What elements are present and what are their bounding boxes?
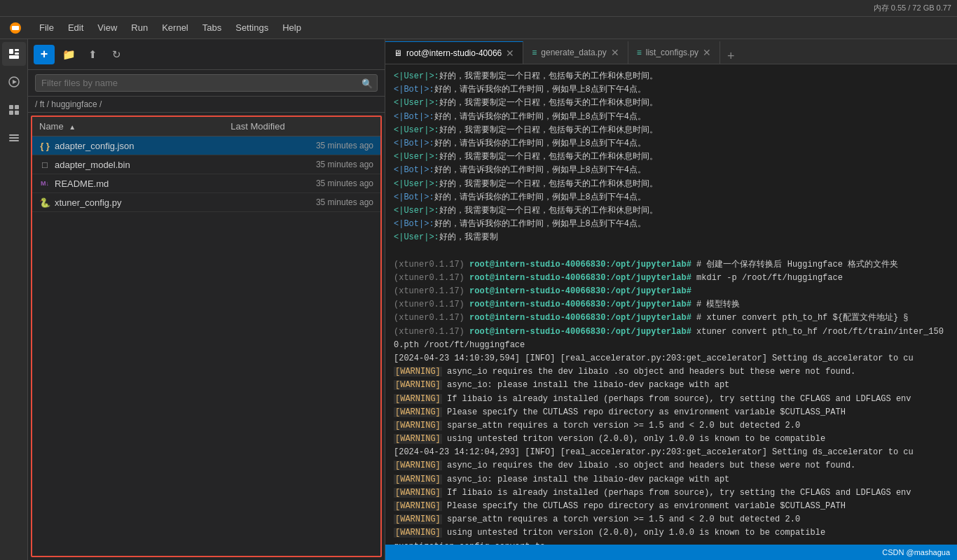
folder-icon: 📁: [62, 48, 76, 61]
svg-rect-12: [9, 134, 19, 136]
table-row[interactable]: 🐍 xtuner_config.py 35 minutes ago: [32, 193, 380, 212]
table-row[interactable]: M↓ README.md 35 minutes ago: [32, 174, 380, 193]
file-modified: 35 minutes ago: [223, 155, 380, 174]
terminal-line: [WARNING] using untested triton version …: [394, 433, 949, 446]
tab-bar: 🖥 root@intern-studio-40066 ✕ ≡ generate_…: [385, 39, 957, 64]
terminal-line: [2024-04-23 14:12:04,293] [INFO] [real_a…: [394, 446, 949, 459]
terminal-icon: 🖥: [394, 48, 402, 58]
svg-rect-9: [15, 105, 19, 109]
terminal-line: <|Bot|>:好的，请告诉我你的工作时间，例如早上8点到下午4点。: [394, 191, 949, 204]
new-tab-button[interactable]: +: [720, 49, 742, 64]
menu-view[interactable]: View: [92, 21, 123, 34]
terminal-line: (xtuner0.1.17) root@intern-studio-400668…: [394, 326, 949, 352]
tab-generate-close[interactable]: ✕: [611, 48, 619, 57]
file-panel: + 📁 ⬆ ↻ 🔍 / ft / huggingface /: [28, 39, 385, 560]
svg-rect-11: [15, 111, 19, 115]
search-icon: 🔍: [362, 78, 373, 88]
upload-icon: ⬆: [88, 48, 97, 61]
tab-terminal[interactable]: 🖥 root@intern-studio-40066 ✕: [385, 41, 523, 64]
tab-listconfigs[interactable]: ≡ list_configs.py ✕: [628, 41, 720, 64]
terminal-line: <|Bot|>:好的，请告诉我你的工作时间，例如早上8点到下午4点。: [394, 111, 949, 124]
main-layout: + 📁 ⬆ ↻ 🔍 / ft / huggingface /: [0, 39, 957, 560]
file-name-cell: 🐍 xtuner_config.py: [32, 193, 223, 212]
table-header-row: Name ▲ Last Modified: [32, 117, 380, 136]
col-modified[interactable]: Last Modified: [223, 117, 380, 136]
file-name-cell: { } adapter_config.json: [32, 136, 223, 155]
tab-listconfigs-close[interactable]: ✕: [703, 48, 711, 57]
breadcrumb: / ft / huggingface /: [28, 97, 385, 113]
file-modified: 35 minutes ago: [223, 174, 380, 193]
icon-sidebar: [0, 39, 28, 560]
svg-rect-13: [9, 137, 19, 139]
terminal-line: <|Bot|>:好的，请告诉我你的工作时间，例如早上8点到下午4点。: [394, 137, 949, 150]
file-name-cell: □ adapter_model.bin: [32, 155, 223, 174]
col-name[interactable]: Name ▲: [32, 117, 223, 136]
terminal-content[interactable]: <|User|>:好的，我需要制定一个日程，包括每天的工作和休息时间。<|Bot…: [385, 64, 957, 545]
sidebar-files-btn[interactable]: [2, 42, 26, 66]
terminal-line: <|User|>:好的，我需要制定一个日程，包括每天的工作和休息时间。: [394, 150, 949, 164]
terminal-line: <|User|>:好的，我需要制定一个日程，包括每天的工作和休息时间。: [394, 124, 949, 137]
svg-rect-3: [15, 49, 19, 51]
file-name: xtuner_config.py: [55, 197, 121, 208]
upload-button[interactable]: ⬆: [83, 45, 102, 64]
file-modified: 35 minutes ago: [223, 136, 380, 155]
file-name: adapter_model.bin: [55, 160, 130, 170]
menu-bar: File Edit View Run Kernel Tabs Settings …: [0, 17, 957, 39]
menu-kernel[interactable]: Kernel: [156, 21, 194, 34]
terminal-line: [WARNING] If libaio is already installed…: [394, 393, 949, 406]
tab-generate[interactable]: ≡ generate_data.py ✕: [523, 41, 628, 64]
terminal-line: <|User|>:好的，我需要制定一个日程，包括每天的工作和休息时间。: [394, 70, 949, 83]
terminal-line: [WARNING] Please specify the CUTLASS rep…: [394, 500, 949, 513]
search-bar: 🔍: [28, 70, 385, 97]
tab-generate-label: generate_data.py: [541, 48, 606, 57]
terminal-line: [WARNING] If libaio is already installed…: [394, 486, 949, 500]
svg-rect-10: [9, 111, 13, 115]
svg-rect-8: [9, 105, 13, 109]
terminal-line: [WARNING] sparse_attn requires a torch v…: [394, 419, 949, 433]
menu-edit[interactable]: Edit: [62, 21, 89, 34]
terminal-line: [WARNING] async_io: please install the l…: [394, 379, 949, 392]
menu-tabs[interactable]: Tabs: [197, 21, 227, 34]
editor-area: 🖥 root@intern-studio-40066 ✕ ≡ generate_…: [385, 39, 957, 560]
refresh-button[interactable]: ↻: [106, 45, 126, 64]
svg-rect-4: [15, 52, 19, 55]
tab-terminal-close[interactable]: ✕: [506, 48, 514, 58]
file-name-cell: M↓ README.md: [32, 174, 223, 193]
sidebar-menu-btn[interactable]: [2, 126, 26, 150]
menu-file[interactable]: File: [34, 21, 60, 34]
terminal-line: (xtuner0.1.17) root@intern-studio-400668…: [394, 272, 949, 285]
table-row[interactable]: { } adapter_config.json 35 minutes ago: [32, 136, 380, 155]
svg-marker-7: [13, 80, 17, 84]
file-list: { } adapter_config.json 35 minutes ago □…: [32, 136, 380, 212]
new-folder-button[interactable]: 📁: [59, 45, 78, 64]
menu-help[interactable]: Help: [277, 21, 307, 34]
terminal-line: (xtuner0.1.17) root@intern-studio-400668…: [394, 285, 949, 298]
file-toolbar: + 📁 ⬆ ↻: [28, 39, 385, 70]
table-row[interactable]: □ adapter_model.bin 35 minutes ago: [32, 155, 380, 174]
sidebar-running-btn[interactable]: [2, 70, 26, 94]
top-bar: 内存 0.55 / 72 GB 0.77: [0, 0, 957, 17]
search-input[interactable]: [35, 74, 378, 92]
terminal-line: <|User|>:好的，我需要制定一个日程，包括每天的工作和休息时间。: [394, 97, 949, 110]
search-wrap: 🔍: [35, 74, 378, 92]
file-modified: 35 minutes ago: [223, 193, 380, 212]
terminal-line: [WARNING] async_io: please install the l…: [394, 473, 949, 486]
menu-run[interactable]: Run: [125, 21, 153, 34]
menu-settings[interactable]: Settings: [230, 21, 274, 34]
sidebar-extensions-btn[interactable]: [2, 98, 26, 122]
svg-rect-2: [9, 49, 13, 54]
file-name: README.md: [55, 178, 109, 189]
terminal-line: (xtuner0.1.17) root@intern-studio-400668…: [394, 258, 949, 272]
terminal-line: [WARNING] async_io requires the dev liba…: [394, 365, 949, 379]
terminal-line: [WARNING] Please specify the CUTLASS rep…: [394, 406, 949, 419]
terminal-line: (xtuner0.1.17) root@intern-studio-400668…: [394, 312, 949, 325]
status-bar: CSDN @mashagua: [385, 545, 957, 560]
new-file-button[interactable]: +: [34, 45, 55, 64]
terminal-line: [WARNING] async_io requires the dev liba…: [394, 459, 949, 472]
terminal-line: [2024-04-23 14:10:39,594] [INFO] [real_a…: [394, 352, 949, 365]
terminal-line: [WARNING] sparse_attn requires a torch v…: [394, 513, 949, 526]
svg-rect-5: [9, 55, 19, 59]
terminal-line: <|Bot|>:好的，请告诉我你的工作时间，例如早上8点到下午4点。: [394, 218, 949, 231]
py-icon-2: ≡: [637, 48, 642, 57]
refresh-icon: ↻: [112, 48, 121, 61]
